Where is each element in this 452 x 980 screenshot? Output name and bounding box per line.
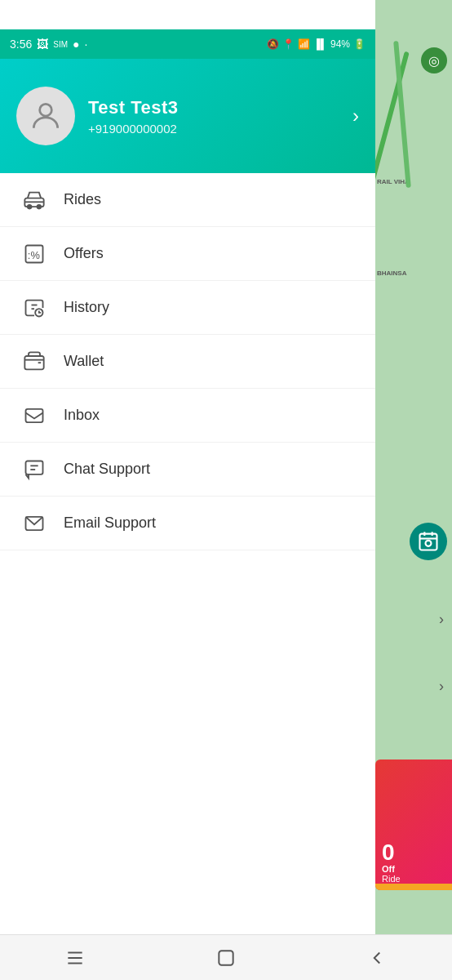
- sidebar-item-rides[interactable]: Rides: [0, 173, 375, 227]
- map-chevron-2[interactable]: ›: [439, 678, 444, 695]
- user-profile-header[interactable]: Test Test3 +919000000002 ›: [0, 59, 375, 173]
- promo-ride-label: Ride: [382, 874, 401, 884]
- mute-icon: 🔕: [267, 38, 279, 50]
- svg-point-7: [28, 204, 32, 208]
- promo-banner: 0 Off Ride: [375, 760, 452, 890]
- battery-icon: 🔋: [353, 38, 366, 50]
- svg-rect-24: [219, 951, 233, 964]
- svg-text::%: :%: [28, 248, 40, 261]
- status-bar: 3:56 🖼 SIM ● · 🔕 📍 📶 ▐▌ 94% 🔋: [0, 29, 375, 59]
- offers-label: Offers: [64, 245, 104, 262]
- offers-icon: :%: [20, 239, 49, 269]
- battery-text: 94%: [330, 38, 350, 50]
- inbox-icon: [20, 401, 49, 430]
- map-label-bhainsa: BHAINSA: [377, 270, 406, 277]
- sidebar-item-chat-support[interactable]: Chat Support: [0, 443, 375, 497]
- nav-back-button[interactable]: [352, 942, 401, 974]
- chat-icon: [20, 455, 49, 484]
- image-icon: 🖼: [37, 38, 48, 51]
- nav-menu-button[interactable]: [51, 942, 100, 974]
- sidebar-item-wallet[interactable]: Wallet: [0, 335, 375, 389]
- rides-label: Rides: [64, 191, 101, 208]
- nav-home-button[interactable]: [202, 942, 250, 974]
- location-pin-icon: ◎: [421, 47, 447, 74]
- menu-list: Rides :% Offers: [0, 173, 375, 951]
- schedule-fab[interactable]: [410, 523, 447, 560]
- bottom-nav-bar: [0, 934, 452, 980]
- email-support-label: Email Support: [64, 514, 156, 532]
- dot-icon: ·: [85, 38, 88, 51]
- profile-arrow-icon[interactable]: ›: [352, 105, 359, 127]
- sidebar-item-offers[interactable]: :% Offers: [0, 227, 375, 281]
- history-label: History: [64, 299, 109, 316]
- sidebar-item-inbox[interactable]: Inbox: [0, 389, 375, 443]
- signal-icon: ▐▌: [313, 38, 327, 50]
- user-info: Test Test3 +919000000002: [88, 97, 346, 136]
- car-icon: [20, 185, 49, 215]
- gps-icon: 📍: [282, 38, 295, 50]
- sidebar-item-email-support[interactable]: Email Support: [0, 497, 375, 550]
- map-background: ◎ RAIL VIHA BHAINSA › › 0 Off Ride: [375, 0, 452, 980]
- promo-stripe: [375, 884, 452, 890]
- time-display: 3:56: [10, 38, 32, 51]
- user-name: Test Test3: [88, 97, 346, 118]
- wallet-label: Wallet: [64, 353, 104, 370]
- svg-rect-17: [26, 461, 43, 474]
- wallet-icon: [20, 347, 49, 376]
- status-left: 3:56 🖼 SIM ● ·: [10, 38, 87, 51]
- chat-support-label: Chat Support: [64, 461, 150, 478]
- map-chevron-1[interactable]: ›: [439, 611, 444, 628]
- promo-percent: 0: [382, 841, 395, 864]
- status-right: 🔕 📍 📶 ▐▌ 94% 🔋: [267, 38, 366, 50]
- user-phone: +919000000002: [88, 122, 346, 136]
- svg-rect-0: [420, 534, 437, 550]
- avatar: [16, 87, 75, 145]
- svg-point-4: [426, 541, 432, 546]
- wifi-icon: 📶: [298, 38, 310, 50]
- svg-point-5: [40, 104, 52, 116]
- sidebar: 3:56 🖼 SIM ● · 🔕 📍 📶 ▐▌ 94% 🔋 Test Test3…: [0, 29, 375, 951]
- svg-rect-16: [26, 408, 43, 421]
- sidebar-item-history[interactable]: History: [0, 281, 375, 335]
- map-label-rail: RAIL VIHA: [377, 178, 410, 185]
- promo-off-label: Off: [382, 864, 395, 874]
- circle-icon: ●: [73, 38, 79, 51]
- email-icon: [20, 509, 49, 538]
- sim-icon: SIM: [53, 40, 68, 49]
- inbox-label: Inbox: [64, 407, 100, 424]
- history-icon: [20, 293, 49, 323]
- svg-point-8: [38, 204, 42, 208]
